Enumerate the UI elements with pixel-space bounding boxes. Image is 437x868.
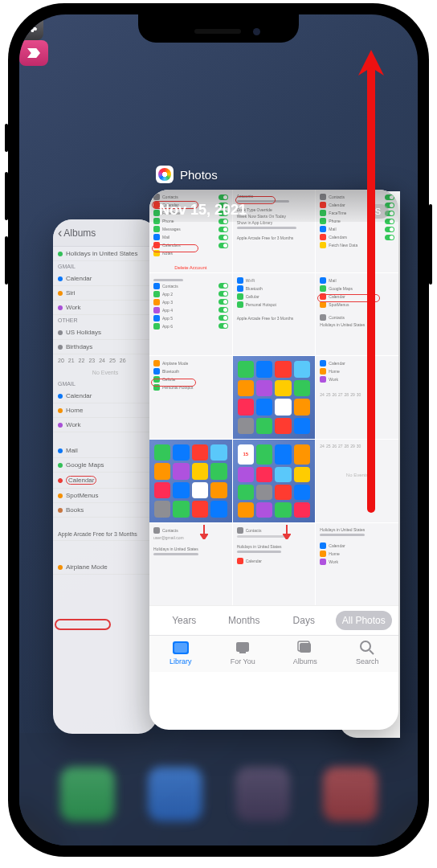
- segment-years[interactable]: Years: [156, 611, 213, 630]
- tab-library[interactable]: Library: [149, 640, 212, 665]
- screen: Photos ‹ Albums Holidays in United State…: [19, 14, 418, 845]
- photo-thumb[interactable]: Airplane Mode Bluetooth Cellular Persona…: [149, 356, 232, 439]
- photo-thumb[interactable]: Contacts user@gmail.com Holidays in Unit…: [149, 523, 232, 606]
- svg-rect-1: [174, 643, 187, 653]
- svg-rect-2: [236, 642, 249, 652]
- photos-date-header: Nov 15, 2021 S: [149, 190, 398, 222]
- dock-app-2: [148, 767, 202, 821]
- segment-months[interactable]: Months: [216, 611, 273, 630]
- photo-thumb-homescreen[interactable]: [233, 356, 316, 439]
- photo-thumb-homescreen[interactable]: 15: [233, 440, 316, 522]
- home-dock-blur: [19, 733, 418, 845]
- photos-date-title: Nov 15, 2021: [159, 202, 247, 219]
- albums-icon: [296, 640, 314, 656]
- dock-app-4: [323, 767, 378, 821]
- photos-app-icon: [156, 166, 174, 183]
- dock-app-1: [60, 767, 115, 821]
- switcher-app-shortcuts-icon[interactable]: [19, 40, 48, 66]
- for-you-icon: [234, 640, 251, 656]
- library-icon: [172, 640, 190, 656]
- notch: [138, 14, 299, 43]
- iphone-frame: Photos ‹ Albums Holidays in United State…: [8, 3, 429, 857]
- search-icon: [358, 640, 376, 656]
- photo-thumb[interactable]: Calendar Home Work 24252627282930: [316, 356, 398, 439]
- tab-search[interactable]: Search: [337, 640, 399, 665]
- photo-thumb[interactable]: Wi-Fi Bluetooth Cellular Personal Hotspo…: [233, 273, 316, 356]
- switcher-app-label: Photos: [180, 168, 218, 182]
- photo-thumb[interactable]: 24252627282930 No Events: [316, 440, 398, 522]
- svg-point-5: [361, 641, 370, 651]
- photo-thumb[interactable]: Contacts Holidays in United States Calen…: [233, 523, 316, 606]
- back-button-label: Albums: [63, 227, 96, 239]
- dock-app-3: [235, 767, 290, 821]
- segment-days[interactable]: Days: [276, 611, 333, 630]
- switcher-app-settings-icon[interactable]: [19, 14, 43, 40]
- switcher-card-background-app[interactable]: ‹ Albums Holidays in United States GMAIL…: [53, 219, 157, 734]
- photos-select-button[interactable]: S: [367, 204, 389, 219]
- switcher-card-photos[interactable]: Nov 15, 2021 S Contacts Calendar FaceTim…: [149, 190, 398, 730]
- photo-thumb[interactable]: Contacts App 2 App 3 App 4 App 5 App 6: [149, 273, 232, 356]
- photo-thumb-homescreen[interactable]: [149, 440, 232, 522]
- photos-grid[interactable]: Contacts Calendar FaceTime Phone Message…: [149, 190, 398, 605]
- photo-thumb[interactable]: Holidays in United States Calendar Home …: [316, 523, 398, 606]
- tab-albums[interactable]: Albums: [274, 640, 337, 665]
- segment-all-photos[interactable]: All Photos: [336, 611, 393, 630]
- photos-tab-bar: Library For You Albums: [149, 635, 398, 672]
- photos-segment-control[interactable]: Years Months Days All Photos: [149, 605, 398, 635]
- photo-thumb[interactable]: Mail Google Maps Calendar SpotMenus Cont…: [316, 273, 398, 356]
- switcher-photos-header: Photos: [156, 166, 218, 183]
- tab-for-you[interactable]: For You: [212, 640, 275, 665]
- back-nav[interactable]: ‹ Albums: [53, 219, 157, 247]
